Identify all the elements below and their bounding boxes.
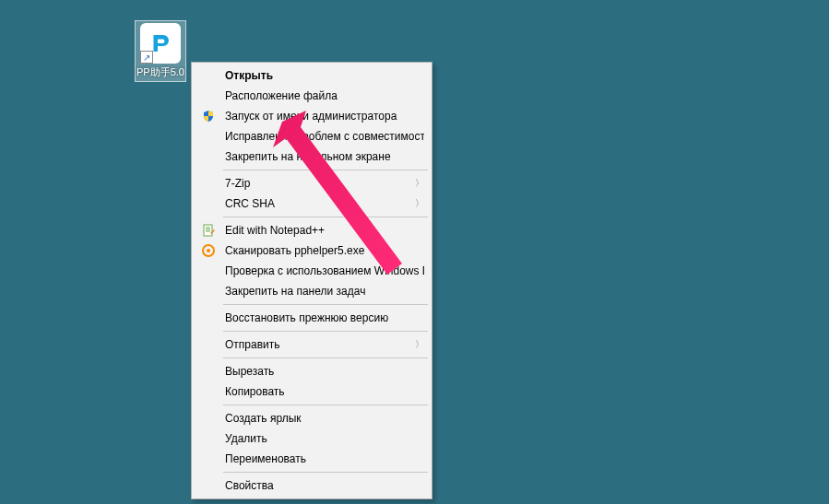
menu-send-to[interactable]: Отправить 〉 [194, 334, 430, 355]
menu-separator [223, 217, 428, 217]
menu-run-as-admin[interactable]: Запуск от имени администратора [194, 106, 430, 126]
menu-delete[interactable]: Удалить [194, 428, 430, 449]
pphelper-app-icon: ↗ [140, 23, 181, 64]
blank-icon [199, 129, 218, 144]
blank-icon [199, 176, 218, 191]
blank-icon [199, 411, 218, 426]
menu-scan-file-label: Сканировать pphelper5.exe [218, 244, 424, 257]
menu-run-as-admin-label: Запуск от имени администратора [218, 110, 424, 123]
menu-file-location[interactable]: Расположение файла [194, 86, 430, 106]
menu-compat-troubleshoot[interactable]: Исправление проблем с совместимостью [194, 126, 430, 147]
menu-separator [223, 357, 428, 358]
blank-icon [199, 337, 218, 352]
menu-scan-file[interactable]: Сканировать pphelper5.exe [194, 240, 430, 261]
menu-pin-start[interactable]: Закрепить на начальном экране [194, 147, 430, 167]
menu-separator [223, 170, 428, 170]
menu-open[interactable]: Открыть [194, 65, 430, 86]
menu-compat-label: Исправление проблем с совместимостью [218, 130, 424, 143]
menu-separator [223, 472, 428, 473]
menu-create-shortcut-label: Создать ярлык [218, 412, 424, 425]
submenu-arrow-icon: 〉 [411, 338, 424, 351]
blank-icon [199, 384, 218, 399]
menu-crc-sha[interactable]: CRC SHA 〉 [194, 193, 430, 214]
menu-separator [223, 404, 428, 405]
submenu-arrow-icon: 〉 [411, 177, 424, 190]
blank-icon [199, 311, 218, 325]
menu-properties-label: Свойства [218, 479, 424, 492]
blank-icon [199, 478, 218, 493]
menu-7zip-label: 7-Zip [218, 177, 411, 190]
menu-cut-label: Вырезать [218, 365, 424, 378]
menu-rename-label: Переименовать [218, 452, 424, 465]
blank-icon [199, 196, 218, 211]
menu-pin-start-label: Закрепить на начальном экране [218, 150, 424, 163]
menu-rename[interactable]: Переименовать [194, 449, 430, 469]
menu-properties[interactable]: Свойства [194, 475, 430, 496]
desktop-icon-label: PP助手5.0 [136, 65, 184, 79]
menu-open-label: Открыть [218, 69, 424, 82]
shortcut-overlay-icon: ↗ [140, 51, 153, 64]
menu-copy-label: Копировать [218, 385, 424, 398]
menu-defender-label: Проверка с использованием Windows Defend… [218, 264, 424, 277]
menu-pin-taskbar-label: Закрепить на панели задач [218, 285, 424, 298]
menu-edit-notepad[interactable]: Edit with Notepad++ [194, 220, 430, 240]
menu-separator [223, 331, 428, 332]
menu-separator [223, 304, 428, 305]
blank-icon [199, 264, 218, 278]
menu-7zip[interactable]: 7-Zip 〉 [194, 173, 430, 193]
context-menu: Открыть Расположение файла Запуск от име… [191, 62, 432, 499]
blank-icon [199, 284, 218, 299]
menu-restore-prev-label: Восстановить прежнюю версию [218, 311, 424, 324]
menu-delete-label: Удалить [218, 432, 424, 445]
antivirus-icon [199, 243, 218, 258]
menu-restore-prev[interactable]: Восстановить прежнюю версию [194, 308, 430, 328]
menu-crc-sha-label: CRC SHA [218, 197, 411, 210]
desktop-shortcut-pphelper[interactable]: ↗ PP助手5.0 [135, 20, 186, 82]
blank-icon [199, 364, 218, 379]
blank-icon [199, 431, 218, 446]
menu-edit-notepad-label: Edit with Notepad++ [218, 224, 424, 237]
submenu-arrow-icon: 〉 [411, 197, 424, 210]
menu-defender-scan[interactable]: Проверка с использованием Windows Defend… [194, 261, 430, 281]
svg-rect-0 [204, 225, 212, 236]
shield-icon [199, 109, 218, 123]
menu-copy[interactable]: Копировать [194, 381, 430, 402]
svg-point-5 [207, 249, 210, 252]
menu-pin-taskbar[interactable]: Закрепить на панели задач [194, 281, 430, 301]
blank-icon [199, 88, 218, 103]
menu-create-shortcut[interactable]: Создать ярлык [194, 408, 430, 428]
blank-icon [199, 68, 218, 83]
blank-icon [199, 149, 218, 164]
blank-icon [199, 451, 218, 466]
notepad-icon [199, 223, 218, 238]
menu-file-location-label: Расположение файла [218, 89, 424, 102]
menu-cut[interactable]: Вырезать [194, 361, 430, 381]
menu-send-to-label: Отправить [218, 338, 411, 351]
